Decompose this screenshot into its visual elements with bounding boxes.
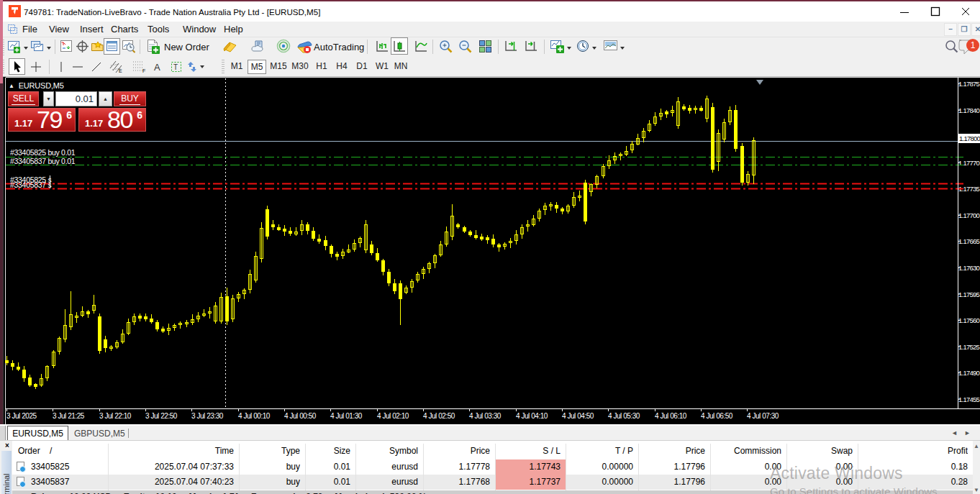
svg-text:4 Jul 05:30: 4 Jul 05:30 — [608, 412, 640, 420]
svg-text:3 Jul 23:30: 3 Jul 23:30 — [191, 412, 224, 420]
svg-text:4 Jul 00:50: 4 Jul 00:50 — [284, 412, 317, 420]
svg-text:4 Jul 02:10: 4 Jul 02:10 — [377, 412, 409, 420]
svg-text:#33405825 buy 0.01: #33405825 buy 0.01 — [10, 148, 76, 157]
svg-text:4 Jul 06:10: 4 Jul 06:10 — [655, 412, 687, 420]
svg-text:4 Jul 03:30: 4 Jul 03:30 — [469, 412, 502, 420]
svg-text:1.17665: 1.17665 — [958, 237, 980, 245]
svg-text:#33405837 s: #33405837 s — [10, 180, 51, 189]
svg-text:1.17630: 1.17630 — [958, 264, 980, 272]
svg-text:4 Jul 06:50: 4 Jul 06:50 — [701, 412, 733, 420]
svg-text:4 Jul 04:50: 4 Jul 04:50 — [562, 412, 594, 420]
svg-text:3 Jul 2025: 3 Jul 2025 — [6, 412, 37, 420]
svg-text:4 Jul 02:50: 4 Jul 02:50 — [423, 412, 455, 420]
svg-text:4 Jul 01:30: 4 Jul 01:30 — [330, 412, 363, 420]
svg-text:#33405837 buy 0.01: #33405837 buy 0.01 — [10, 157, 76, 165]
svg-text:4 Jul 07:30: 4 Jul 07:30 — [747, 412, 779, 420]
svg-text:3 Jul 22:10: 3 Jul 22:10 — [99, 412, 132, 420]
svg-text:1.17770: 1.17770 — [958, 159, 980, 167]
svg-text:1.17455: 1.17455 — [958, 395, 980, 403]
svg-text:1.17875: 1.17875 — [958, 80, 980, 88]
svg-text:1.17560: 1.17560 — [958, 316, 980, 324]
svg-text:1.17800: 1.17800 — [959, 134, 980, 142]
svg-text:1.17840: 1.17840 — [958, 106, 980, 114]
svg-text:4 Jul 00:10: 4 Jul 00:10 — [238, 412, 271, 420]
svg-text:1.17525: 1.17525 — [958, 343, 980, 351]
svg-text:1.17700: 1.17700 — [958, 211, 980, 219]
svg-text:4 Jul 04:10: 4 Jul 04:10 — [516, 412, 548, 420]
svg-text:1.17490: 1.17490 — [958, 369, 980, 377]
svg-text:3 Jul 21:25: 3 Jul 21:25 — [53, 412, 85, 420]
svg-text:1.17595: 1.17595 — [958, 291, 980, 298]
svg-text:3 Jul 22:50: 3 Jul 22:50 — [145, 412, 178, 420]
